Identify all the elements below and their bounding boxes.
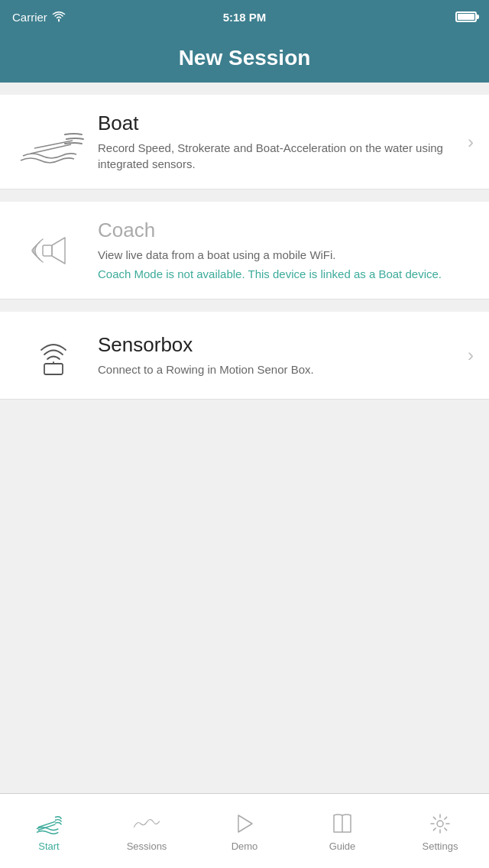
page-title: New Session <box>179 46 311 70</box>
svg-line-1 <box>31 144 71 154</box>
settings-tab-icon <box>426 810 454 837</box>
coach-warning: Coach Mode is not available. This device… <box>98 266 474 282</box>
carrier-label: Carrier <box>12 11 47 24</box>
start-tab-label: Start <box>38 840 59 852</box>
settings-tab-label: Settings <box>423 840 458 852</box>
tab-demo[interactable]: Demo <box>196 810 293 852</box>
boat-icon <box>15 119 92 165</box>
svg-rect-3 <box>44 364 63 374</box>
coach-description: View live data from a boat using a mobil… <box>98 247 474 263</box>
boat-menu-item[interactable]: Boat Record Speed, Strokerate and Boat-A… <box>0 95 489 189</box>
empty-space <box>0 400 489 552</box>
demo-tab-icon <box>231 810 258 837</box>
tab-bar: Start Sessions Demo <box>0 793 489 868</box>
boat-description: Record Speed, Strokerate and Boat-Accele… <box>98 140 461 172</box>
sessions-tab-icon <box>133 810 160 837</box>
tab-start[interactable]: Start <box>0 810 98 852</box>
sensorbox-description: Connect to a Rowing in Motion Senor Box. <box>98 361 461 377</box>
boat-text-area: Boat Record Speed, Strokerate and Boat-A… <box>92 112 461 172</box>
sensorbox-chevron: › <box>468 345 474 366</box>
svg-rect-2 <box>43 245 52 256</box>
nav-bar: New Session <box>0 34 489 83</box>
content-area: Boat Record Speed, Strokerate and Boat-A… <box>0 95 489 552</box>
wifi-icon <box>52 11 66 22</box>
boat-title: Boat <box>98 112 461 135</box>
guide-tab-label: Guide <box>329 840 356 852</box>
start-tab-icon <box>35 810 63 837</box>
boat-chevron: › <box>468 131 474 153</box>
svg-marker-7 <box>238 815 252 832</box>
svg-line-0 <box>34 141 73 148</box>
status-bar-right <box>455 11 477 22</box>
demo-tab-label: Demo <box>232 840 258 852</box>
status-bar-left: Carrier <box>12 11 66 24</box>
sensorbox-menu-item[interactable]: Sensorbox Connect to a Rowing in Motion … <box>0 312 489 400</box>
status-bar-time: 5:18 PM <box>223 11 267 24</box>
spacer-1 <box>0 189 489 202</box>
svg-point-8 <box>437 821 443 827</box>
tab-sessions[interactable]: Sessions <box>98 810 196 852</box>
coach-menu-item: Coach View live data from a boat using a… <box>0 202 489 300</box>
tab-settings[interactable]: Settings <box>391 810 489 852</box>
sensorbox-icon <box>15 329 92 382</box>
sensorbox-title: Sensorbox <box>98 333 461 357</box>
battery-icon <box>455 11 477 22</box>
sessions-tab-label: Sessions <box>127 840 167 852</box>
tab-guide[interactable]: Guide <box>293 810 391 852</box>
coach-text-area: Coach View live data from a boat using a… <box>92 219 474 282</box>
spacer-2 <box>0 300 489 312</box>
svg-line-5 <box>38 821 56 828</box>
coach-title: Coach <box>98 219 474 242</box>
status-bar: Carrier 5:18 PM <box>0 0 489 34</box>
guide-tab-icon <box>329 810 356 837</box>
sensorbox-text-area: Sensorbox Connect to a Rowing in Motion … <box>92 333 461 377</box>
coach-icon <box>15 224 92 277</box>
